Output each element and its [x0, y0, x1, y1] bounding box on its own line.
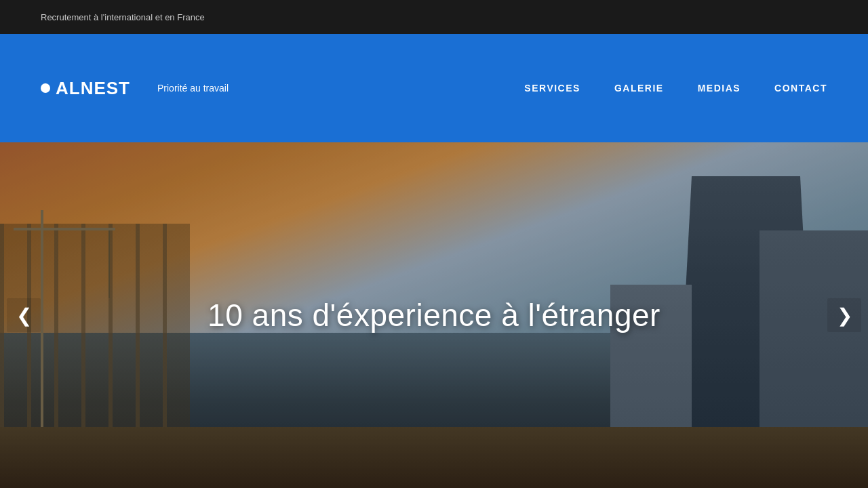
logo-area: ALNEST Priorité au travail	[41, 78, 229, 99]
hero-section: 10 ans d'éxperience à l'étranger ❮ ❯	[0, 142, 868, 488]
prev-arrow-button[interactable]: ❮	[7, 298, 41, 332]
logo-text: ALNEST	[56, 78, 130, 99]
logo-dot-icon	[41, 83, 50, 93]
nav-item-medias[interactable]: MEDIAS	[698, 83, 741, 94]
hero-title: 10 ans d'éxperience à l'étranger	[208, 297, 660, 333]
nav-item-contact[interactable]: CONTACT	[774, 83, 827, 94]
header: ALNEST Priorité au travail SERVICES GALE…	[0, 34, 868, 142]
next-arrow-button[interactable]: ❯	[827, 298, 861, 332]
hero-content: 10 ans d'éxperience à l'étranger	[208, 297, 660, 333]
main-nav: SERVICES GALERIE MEDIAS CONTACT	[524, 83, 827, 94]
logo[interactable]: ALNEST	[41, 78, 130, 99]
top-bar-text: Recrutement à l'international et en Fran…	[41, 12, 205, 22]
nav-item-galerie[interactable]: GALERIE	[614, 83, 664, 94]
tagline: Priorité au travail	[157, 83, 229, 94]
top-bar: Recrutement à l'international et en Fran…	[0, 0, 868, 34]
nav-item-services[interactable]: SERVICES	[524, 83, 580, 94]
